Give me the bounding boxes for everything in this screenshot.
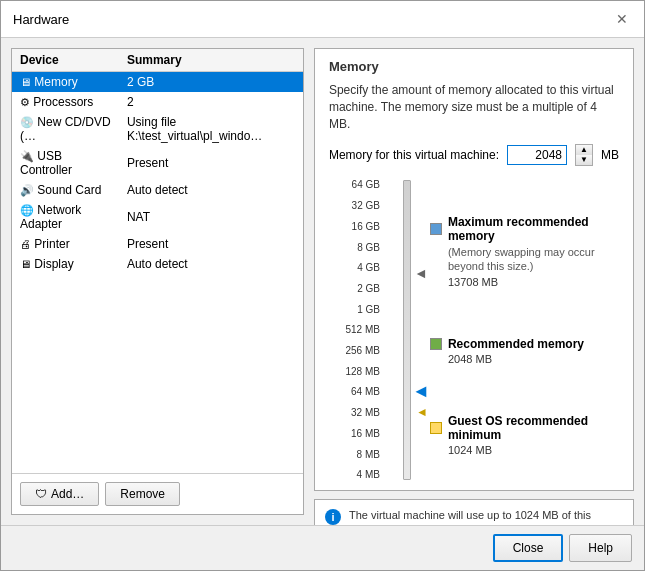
slider-label: 8 GB [357, 243, 380, 253]
legend-guest-header: Guest OS recommended minimum [430, 414, 619, 442]
title-bar: Hardware ✕ [1, 1, 644, 38]
device-name-cell: 🌐 Network Adapter [12, 200, 119, 234]
slider-label: 32 GB [352, 201, 380, 211]
device-summary-cell: Using file K:\test_virtual\pl_windo… [119, 112, 303, 146]
section-description: Specify the amount of memory allocated t… [329, 82, 619, 132]
device-summary-cell: NAT [119, 200, 303, 234]
device-summary-cell: 2 GB [119, 72, 303, 93]
device-summary-cell: Present [119, 146, 303, 180]
legend-rec-header: Recommended memory [430, 337, 619, 351]
table-row[interactable]: 🔊 Sound Card Auto detect [12, 180, 303, 200]
device-summary-cell: Present [119, 234, 303, 254]
remove-button[interactable]: Remove [105, 482, 180, 506]
device-summary-cell: Auto detect [119, 254, 303, 274]
slider-label: 64 MB [351, 387, 380, 397]
sound-icon: 🔊 [20, 184, 34, 196]
left-buttons: 🛡 Add… Remove [12, 473, 303, 514]
legend-guest-min: Guest OS recommended minimum 1024 MB [430, 414, 619, 456]
table-row[interactable]: 🖥 Display Auto detect [12, 254, 303, 274]
section-title: Memory [329, 59, 619, 74]
slider-track-container: ◄ ◄ ◄ [392, 180, 422, 480]
usb-icon: 🔌 [20, 150, 34, 162]
hardware-dialog: Hardware ✕ Device Summary 🖥 Memory [0, 0, 645, 571]
info-text: The virtual machine will use up to 1024 … [349, 508, 623, 525]
slider-labels: 64 GB32 GB16 GB8 GB4 GB2 GB1 GB512 MB256… [329, 180, 384, 480]
legend-max-sub: (Memory swapping may occur beyond this s… [430, 245, 619, 274]
memory-slider-area: 64 GB32 GB16 GB8 GB4 GB2 GB1 GB512 MB256… [329, 180, 619, 480]
device-name-cell: 💿 New CD/DVD (… [12, 112, 119, 146]
device-name-cell: 🖨 Printer [12, 234, 119, 254]
legend-rec-label: Recommended memory [448, 337, 584, 351]
memory-input-row: Memory for this virtual machine: ▲ ▼ MB [329, 144, 619, 166]
info-box: i The virtual machine will use up to 102… [314, 499, 634, 525]
device-summary-cell: Auto detect [119, 180, 303, 200]
memory-spinner: ▲ ▼ [575, 144, 593, 166]
legend-max-header: Maximum recommended memory [430, 215, 619, 243]
device-name-cell: 🖥 Memory [12, 72, 119, 93]
table-row[interactable]: 🌐 Network Adapter NAT [12, 200, 303, 234]
device-table: Device Summary 🖥 Memory 2 GB ⚙ Processor… [12, 49, 303, 473]
help-button[interactable]: Help [569, 534, 632, 562]
legend-max-value: 13708 MB [430, 276, 619, 288]
memory-value-input[interactable] [507, 145, 567, 165]
spinner-down[interactable]: ▼ [576, 155, 592, 165]
shield-icon: 🛡 [35, 487, 47, 501]
slider-label: 16 GB [352, 222, 380, 232]
slider-track[interactable]: ◄ ◄ ◄ [403, 180, 411, 480]
legend-guest-label: Guest OS recommended minimum [448, 414, 619, 442]
cdrom-icon: 💿 [20, 116, 34, 128]
slider-label: 16 MB [351, 429, 380, 439]
table-row[interactable]: 🖥 Memory 2 GB [12, 72, 303, 93]
cpu-icon: ⚙ [20, 96, 30, 108]
network-icon: 🌐 [20, 204, 34, 216]
slider-label: 32 MB [351, 408, 380, 418]
mb-unit: MB [601, 148, 619, 162]
device-summary-cell: 2 [119, 92, 303, 112]
printer-icon: 🖨 [20, 238, 31, 250]
spinner-up[interactable]: ▲ [576, 145, 592, 155]
table-row[interactable]: 🔌 USB Controller Present [12, 146, 303, 180]
slider-label: 256 MB [345, 346, 379, 356]
slider-label: 512 MB [345, 325, 379, 335]
left-panel: Device Summary 🖥 Memory 2 GB ⚙ Processor… [11, 48, 304, 515]
dialog-buttons: Close Help [1, 525, 644, 570]
legend-recommended: Recommended memory 2048 MB [430, 337, 619, 365]
memory-section: Memory Specify the amount of memory allo… [314, 48, 634, 491]
display-icon: 🖥 [20, 258, 31, 270]
rec-swatch [430, 338, 442, 350]
device-name-cell: ⚙ Processors [12, 92, 119, 112]
table-row[interactable]: ⚙ Processors 2 [12, 92, 303, 112]
legend-rec-value: 2048 MB [430, 353, 619, 365]
legend-max: Maximum recommended memory (Memory swapp… [430, 215, 619, 288]
col-summary: Summary [119, 49, 303, 72]
slider-label: 128 MB [345, 367, 379, 377]
memory-icon: 🖥 [20, 76, 31, 88]
legend-area: Maximum recommended memory (Memory swapp… [430, 180, 619, 480]
dialog-content: Device Summary 🖥 Memory 2 GB ⚙ Processor… [1, 38, 644, 525]
max-swatch [430, 223, 442, 235]
slider-label: 4 GB [357, 263, 380, 273]
current-value-arrow: ◄ [412, 381, 430, 402]
add-button[interactable]: 🛡 Add… [20, 482, 99, 506]
device-name-cell: 🔌 USB Controller [12, 146, 119, 180]
close-button[interactable]: Close [493, 534, 564, 562]
slider-label: 1 GB [357, 305, 380, 315]
right-panel: Memory Specify the amount of memory allo… [314, 48, 634, 515]
legend-guest-value: 1024 MB [430, 444, 619, 456]
table-row[interactable]: 🖨 Printer Present [12, 234, 303, 254]
slider-label: 2 GB [357, 284, 380, 294]
guest-swatch [430, 422, 442, 434]
device-name-cell: 🔊 Sound Card [12, 180, 119, 200]
table-row[interactable]: 💿 New CD/DVD (… Using file K:\test_virtu… [12, 112, 303, 146]
slider-label: 8 MB [357, 450, 380, 460]
dialog-title: Hardware [13, 12, 69, 27]
col-device: Device [12, 49, 119, 72]
close-icon[interactable]: ✕ [612, 9, 632, 29]
slider-label: 4 MB [357, 470, 380, 480]
memory-input-label: Memory for this virtual machine: [329, 148, 499, 162]
device-name-cell: 🖥 Display [12, 254, 119, 274]
slider-label: 64 GB [352, 180, 380, 190]
guest-min-arrow: ◄ [416, 405, 428, 419]
legend-max-label: Maximum recommended memory [448, 215, 619, 243]
info-icon: i [325, 509, 341, 525]
